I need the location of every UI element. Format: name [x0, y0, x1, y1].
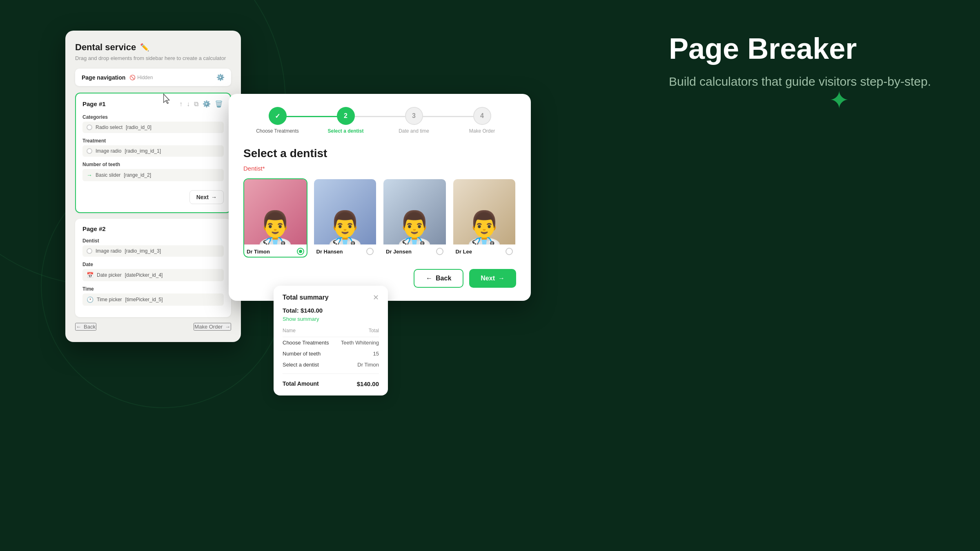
- summary-row-dentist-name: Select a dentist: [283, 359, 336, 370]
- required-marker: *: [263, 165, 265, 172]
- field-date-type: Date picker: [97, 272, 122, 278]
- page-1-settings-icon[interactable]: ⚙️: [202, 99, 212, 109]
- summary-row-teeth: Number of teeth 15: [283, 348, 379, 359]
- dentist-timon-name: Dr Timon: [247, 249, 270, 255]
- doctor-hansen-figure: 👨‍⚕️: [325, 212, 365, 244]
- dentist-hansen-row: Dr Hansen: [314, 244, 376, 257]
- field-time-type: Time picker: [97, 297, 122, 302]
- summary-final-label: Total Amount: [283, 380, 319, 387]
- doctor-timon-figure: 👨‍⚕️: [255, 212, 296, 244]
- hidden-badge: 🚫 Hidden: [129, 75, 153, 80]
- dentist-lee-row: Dr Lee: [453, 244, 516, 257]
- dentist-card-hansen[interactable]: 👨‍⚕️ Dr Hansen: [313, 178, 377, 258]
- field-treatment-tag: Image radio [radio_img_id_1]: [82, 145, 224, 157]
- field-dentist-type: Image radio: [96, 248, 121, 254]
- hero-subtitle: Build calculators that guide visitors st…: [669, 73, 931, 90]
- dentist-timon-radio[interactable]: [297, 248, 304, 255]
- show-summary-link[interactable]: Show summary: [283, 316, 379, 322]
- page-1-header: Page #1 ↑ ↓ ⧉ ⚙️ 🗑️: [82, 99, 224, 109]
- builder-bottom-nav: ← Back Make Order →: [75, 323, 231, 331]
- dentist-card-lee[interactable]: 👨‍⚕️ Dr Lee: [452, 178, 517, 258]
- builder-back-arrow-icon: ←: [76, 324, 81, 330]
- step-3-line: [414, 116, 482, 117]
- field-treatment: Treatment Image radio [radio_img_id_1]: [82, 138, 224, 157]
- builder-order-arrow-icon: →: [225, 324, 230, 330]
- summary-total-text: Total: $140.00: [283, 307, 323, 314]
- builder-back-button[interactable]: ← Back: [75, 323, 96, 331]
- summary-total-label-text: Total:: [283, 307, 299, 314]
- step-1-circle: ✓: [269, 107, 287, 125]
- field-categories-tag: Radio select [radio_id_0]: [82, 122, 224, 133]
- field-categories-id: [radio_id_0]: [126, 124, 151, 130]
- builder-panel: Dental service ✏️ Drag and drop elements…: [65, 31, 241, 342]
- dentist-card-jensen[interactable]: 👨‍⚕️ Dr Jensen: [383, 178, 447, 258]
- field-dentist-tag: Image radio [radio_img_id_3]: [82, 245, 224, 257]
- field-teeth-label: Number of teeth: [82, 162, 224, 167]
- clock-icon: 🕐: [87, 296, 94, 303]
- hero-section: Page Breaker Build calculators that guid…: [669, 33, 931, 90]
- builder-subtitle: Drag and drop elements from sidebar here…: [75, 55, 231, 61]
- summary-row-teeth-value: 15: [336, 348, 379, 359]
- field-dentist-label: Dentist: [82, 238, 224, 244]
- step-3: 3 Date and time: [380, 107, 448, 134]
- panel-back-label: Back: [436, 275, 451, 282]
- page-2-title: Page #2: [82, 225, 106, 232]
- back-arrow-icon: ←: [426, 275, 432, 282]
- next-arrow-icon: →: [211, 194, 217, 200]
- calendar-icon: 📅: [87, 272, 94, 278]
- eye-off-icon: 🚫: [129, 75, 136, 80]
- dentist-grid: 👨‍⚕️ Dr Timon 👨‍⚕️ Dr Hansen 👨‍⚕️ Dr: [243, 178, 516, 258]
- doctor-jensen-img: 👨‍⚕️: [383, 179, 446, 244]
- doctor-hansen-img: 👨‍⚕️: [314, 179, 376, 244]
- field-categories-type: Radio select: [96, 124, 122, 130]
- builder-order-label: Make Order: [194, 324, 223, 330]
- page-nav-label: Page navigation: [82, 74, 125, 81]
- slider-arrow-icon: →: [87, 172, 92, 178]
- step-2-line: [346, 116, 414, 117]
- delete-icon[interactable]: 🗑️: [214, 99, 224, 109]
- field-treatment-id: [radio_img_id_1]: [125, 148, 161, 154]
- step-2-circle: 2: [337, 107, 355, 125]
- steps-container: ✓ Choose Treatments 2 Select a dentist 3…: [243, 107, 516, 134]
- dentist-hansen-radio[interactable]: [366, 248, 374, 255]
- move-down-icon[interactable]: ↓: [186, 100, 191, 109]
- panel-back-button[interactable]: ← Back: [414, 269, 463, 288]
- step-4: 4 Make Order: [448, 107, 516, 134]
- duplicate-icon[interactable]: ⧉: [193, 100, 199, 109]
- summary-col-total: Total: [336, 328, 379, 337]
- next-main-arrow-icon: →: [498, 275, 505, 282]
- page-1-block: Page #1 ↑ ↓ ⧉ ⚙️ 🗑️ Categories Radio sel…: [75, 93, 231, 213]
- dentist-jensen-radio[interactable]: [436, 248, 443, 255]
- dentist-panel: ✓ Choose Treatments 2 Select a dentist 3…: [229, 94, 531, 301]
- panel-next-button[interactable]: Next →: [469, 269, 516, 288]
- edit-icon[interactable]: ✏️: [140, 43, 149, 52]
- doctor-lee-figure: 👨‍⚕️: [464, 212, 505, 244]
- page-1-next-button[interactable]: Next →: [189, 190, 224, 204]
- page-2-block: Page #2 Dentist Image radio [radio_img_i…: [75, 219, 231, 317]
- field-categories-label: Categories: [82, 114, 224, 120]
- page-1-actions: ↑ ↓ ⧉ ⚙️ 🗑️: [178, 99, 224, 109]
- page-nav-settings-icon[interactable]: ⚙️: [216, 73, 225, 81]
- hero-title: Page Breaker: [669, 33, 931, 65]
- summary-title: Total summary: [283, 294, 329, 301]
- step-2-label: Select a dentist: [327, 128, 363, 134]
- summary-close-button[interactable]: ✕: [373, 294, 379, 301]
- field-teeth: Number of teeth → Basic slider [range_id…: [82, 162, 224, 181]
- summary-final-value: $140.00: [357, 380, 379, 387]
- field-dentist: Dentist Image radio [radio_img_id_3]: [82, 238, 224, 257]
- dentist-card-timon[interactable]: 👨‍⚕️ Dr Timon: [243, 178, 307, 258]
- doctor-jensen-figure: 👨‍⚕️: [394, 212, 435, 244]
- field-dentist-id: [radio_img_id_3]: [125, 248, 161, 254]
- radio-icon: [87, 124, 92, 130]
- summary-divider: [283, 373, 379, 374]
- step-2-number: 2: [344, 112, 347, 120]
- page-2-header: Page #2: [82, 225, 224, 232]
- field-treatment-type: Image radio: [96, 148, 121, 154]
- builder-back-label: Back: [84, 324, 96, 330]
- move-up-icon[interactable]: ↑: [178, 100, 183, 109]
- step-3-circle: 3: [405, 107, 423, 125]
- field-teeth-id: [range_id_2]: [124, 172, 151, 178]
- dentist-hansen-name: Dr Hansen: [316, 249, 343, 255]
- builder-order-button[interactable]: Make Order →: [194, 323, 231, 331]
- dentist-lee-radio[interactable]: [506, 248, 513, 255]
